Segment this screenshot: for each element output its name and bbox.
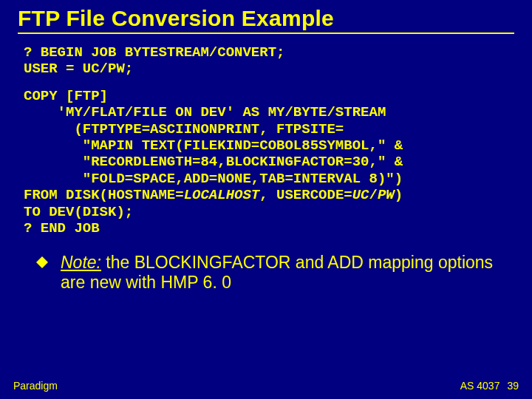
code-line: (FTPTYPE=ASCIINONPRINT, FTPSITE= xyxy=(24,121,344,137)
code-line: COPY [FTP] xyxy=(24,88,108,104)
code-line: ? END JOB xyxy=(24,220,100,236)
code-line: 'MY/FLAT/FILE ON DEV' AS MY/BYTE/STREAM xyxy=(24,104,386,120)
code-line: ? BEGIN JOB BYTESTREAM/CONVERT; xyxy=(24,44,284,61)
title-underline xyxy=(18,33,514,34)
code-line: TO DEV(DISK); xyxy=(24,204,133,220)
footer-code: AS 4037 xyxy=(460,380,500,392)
diamond-bullet-icon xyxy=(35,256,49,269)
note-label: Note: xyxy=(61,253,101,272)
code-line: USER = UC/PW; xyxy=(24,61,133,77)
note-body: the BLOCKINGFACTOR and ADD mapping optio… xyxy=(61,253,493,291)
slide-title: FTP File Conversion Example xyxy=(18,6,514,31)
code-line: "RECORDLENGTH=84,BLOCKINGFACTOR=30," & xyxy=(24,154,403,170)
footer-right: AS 403739 xyxy=(460,380,519,392)
note-text: Note: the BLOCKINGFACTOR and ADD mapping… xyxy=(61,253,505,292)
footer-left: Paradigm xyxy=(13,380,58,392)
code-block-1: ? BEGIN JOB BYTESTREAM/CONVERT; USER = U… xyxy=(18,44,514,78)
code-block-2: COPY [FTP] 'MY/FLAT/FILE ON DEV' AS MY/B… xyxy=(18,88,514,237)
code-line: "MAPIN TEXT(FILEKIND=COBOL85SYMBOL," & xyxy=(24,137,403,154)
code-line-from: FROM DISK(HOSTNAME=LOCALHOST, USERCODE=U… xyxy=(24,187,403,203)
svg-marker-0 xyxy=(36,256,48,268)
code-line: "FOLD=SPACE,ADD=NONE,TAB=INTERVAL 8)") xyxy=(24,171,403,187)
page-number: 39 xyxy=(507,380,519,392)
note-bullet-row: Note: the BLOCKINGFACTOR and ADD mapping… xyxy=(18,253,514,292)
